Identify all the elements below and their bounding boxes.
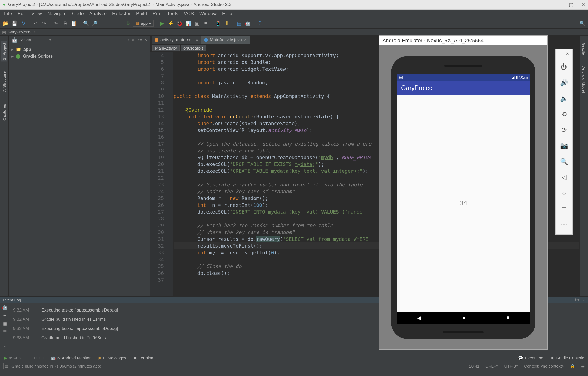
menu-vcs[interactable]: VCS bbox=[181, 10, 196, 18]
bottom-run[interactable]: ▶4: Run bbox=[4, 356, 21, 360]
emulator-window[interactable]: Android Emulator - Nexus_5X_API_25:5554 … bbox=[379, 35, 548, 350]
run-icon[interactable]: ▶ bbox=[159, 20, 166, 27]
profiler-icon[interactable]: 📊 bbox=[185, 20, 192, 27]
emu-camera-icon[interactable]: 📷 bbox=[559, 138, 569, 153]
bottom-terminal[interactable]: ▣Terminal bbox=[133, 356, 154, 360]
collapse-icon[interactable]: ⊙ bbox=[127, 38, 129, 42]
status-indicator-icon[interactable]: ◉ bbox=[581, 364, 585, 369]
nav-home-icon[interactable]: ● bbox=[462, 315, 465, 321]
stop-icon[interactable]: ■ bbox=[202, 20, 209, 27]
layout-inspector-icon[interactable]: ▤ bbox=[235, 20, 243, 27]
open-icon[interactable]: 📂 bbox=[2, 20, 9, 27]
emu-volume-up-icon[interactable]: 🔊 bbox=[559, 75, 569, 90]
settings-icon[interactable]: ✦▾ bbox=[137, 38, 142, 42]
close-icon[interactable]: ✕ bbox=[195, 38, 198, 42]
apply-changes-icon[interactable]: ⚡ bbox=[167, 20, 174, 27]
maximize-button[interactable]: ▢ bbox=[569, 2, 574, 8]
make-icon[interactable]: ⤋ bbox=[124, 20, 131, 27]
code-crumb[interactable]: onCreate() bbox=[181, 45, 206, 51]
tab-activity-main[interactable]: activity_main.xml ✕ bbox=[152, 36, 201, 44]
emu-power-icon[interactable]: ⏻ bbox=[559, 60, 569, 74]
status-lineend[interactable]: CRLF‡ bbox=[485, 364, 498, 369]
menu-view[interactable]: View bbox=[29, 10, 44, 18]
project-tree[interactable]: ▸📁 app ▸⬤ Gradle Scripts bbox=[9, 44, 150, 61]
status-message: Gradle build finished in 7s 968ms (2 min… bbox=[11, 364, 101, 368]
android-resource-icon[interactable]: 🤖 bbox=[244, 20, 251, 27]
hide-icon[interactable]: ➘ bbox=[145, 38, 147, 42]
right-tab-gradle[interactable]: Gradle bbox=[581, 41, 587, 57]
nav-recent-icon[interactable]: ■ bbox=[506, 315, 510, 321]
close-icon[interactable]: ✕ bbox=[244, 38, 247, 42]
code-crumb[interactable]: MainActivity bbox=[152, 45, 180, 51]
paste-icon[interactable]: 📋 bbox=[70, 20, 77, 27]
replace-icon[interactable]: 🔎 bbox=[91, 20, 98, 27]
signal-icon: ◢ bbox=[511, 75, 514, 80]
emu-rotate-right-icon[interactable]: ⟳ bbox=[559, 123, 569, 137]
breadcrumb-item[interactable]: GaryProject2 bbox=[8, 30, 32, 34]
sync-icon[interactable]: ↻ bbox=[20, 20, 27, 27]
emu-home-icon[interactable]: ○ bbox=[559, 186, 569, 201]
emu-more-icon[interactable]: ⋯ bbox=[559, 217, 569, 232]
bottom-event-log[interactable]: 💬Event Log bbox=[518, 356, 543, 360]
forward-icon[interactable]: → bbox=[112, 20, 119, 27]
tree-item-gradle[interactable]: ▸⬤ Gradle Scripts bbox=[11, 53, 147, 60]
el-settings-icon[interactable]: ✦ bbox=[2, 313, 8, 319]
copy-icon[interactable]: ⎘ bbox=[62, 20, 69, 27]
menu-tools[interactable]: Tools bbox=[164, 10, 181, 18]
emu-rotate-left-icon[interactable]: ⟲ bbox=[559, 107, 569, 122]
el-filter-icon[interactable]: ☰ bbox=[2, 329, 8, 335]
project-view-label[interactable]: Android bbox=[20, 38, 31, 42]
bottom-gradle-console[interactable]: ▣Gradle Console bbox=[550, 356, 584, 360]
menu-edit[interactable]: Edit bbox=[15, 10, 28, 18]
redo-icon[interactable]: ↷ bbox=[41, 20, 48, 27]
el-android-icon[interactable]: 🤖 bbox=[2, 304, 8, 310]
bottom-android-monitor[interactable]: 🤖6: Android Monitor bbox=[51, 356, 91, 360]
right-tab-android-model[interactable]: Android Model bbox=[581, 65, 587, 94]
menu-code[interactable]: Code bbox=[70, 10, 86, 18]
status-encoding[interactable]: UTF-8‡ bbox=[504, 364, 518, 369]
emu-back-icon[interactable]: ◁ bbox=[559, 170, 569, 185]
emu-volume-down-icon[interactable]: 🔈 bbox=[559, 91, 569, 106]
avd-icon[interactable]: 📱 bbox=[215, 20, 222, 27]
phone-screen[interactable]: ▤ ◢ ▮ 9:35 GaryProject 34 ◀ ● ■ bbox=[397, 74, 530, 324]
menu-refactor[interactable]: Refactor bbox=[110, 10, 133, 18]
menu-analyze[interactable]: Analyze bbox=[87, 10, 109, 18]
left-tab-captures[interactable]: Captures bbox=[1, 102, 7, 122]
tree-item-app[interactable]: ▸📁 app bbox=[11, 46, 147, 53]
close-button[interactable]: ✕ bbox=[581, 2, 585, 8]
tab-mainactivity[interactable]: MainActivity.java ✕ bbox=[201, 36, 250, 44]
cut-icon[interactable]: ✂ bbox=[53, 20, 60, 27]
search-everywhere-icon[interactable]: 🔍 bbox=[579, 20, 586, 27]
run-config-selector[interactable]: ▦ app ▾ bbox=[133, 20, 154, 27]
sdk-icon[interactable]: ⬇ bbox=[223, 20, 230, 27]
save-icon[interactable]: 💾 bbox=[11, 20, 18, 27]
el-expand-icon[interactable]: » bbox=[2, 343, 8, 349]
status-lock-icon[interactable]: 🔒 bbox=[570, 364, 575, 369]
minimize-button[interactable]: — bbox=[556, 2, 561, 8]
menu-build[interactable]: Build bbox=[134, 10, 149, 18]
bottom-messages[interactable]: ▣0: Messages bbox=[98, 356, 126, 360]
attach-icon[interactable]: ▣ bbox=[194, 20, 201, 27]
emu-zoom-icon[interactable]: 🔍 bbox=[559, 154, 569, 169]
menu-navigate[interactable]: Navigate bbox=[45, 10, 69, 18]
debug-icon[interactable]: 🐞 bbox=[176, 20, 183, 27]
expand-icon[interactable]: ⊕ bbox=[132, 38, 135, 42]
undo-icon[interactable]: ↶ bbox=[32, 20, 39, 27]
status-context[interactable]: Context: <no context> bbox=[524, 364, 564, 369]
left-tab-structure[interactable]: 7: Structure bbox=[1, 70, 7, 94]
emu-overview-icon[interactable]: □ bbox=[559, 202, 569, 216]
menu-help[interactable]: Help bbox=[220, 10, 235, 18]
back-icon[interactable]: ← bbox=[103, 20, 111, 27]
emu-minimize-icon[interactable]: — bbox=[559, 51, 563, 56]
el-screen-icon[interactable]: ▣ bbox=[2, 321, 8, 327]
menu-window[interactable]: Window bbox=[197, 10, 219, 18]
left-tab-project[interactable]: 1: Project bbox=[1, 41, 7, 61]
nav-back-icon[interactable]: ◀ bbox=[417, 315, 421, 321]
emu-close-icon[interactable]: ✕ bbox=[566, 51, 569, 56]
help-icon[interactable]: ? bbox=[256, 20, 264, 27]
bottom-todo[interactable]: ≡TODO bbox=[28, 356, 44, 360]
menu-run[interactable]: Run bbox=[150, 10, 164, 18]
find-icon[interactable]: 🔍 bbox=[82, 20, 90, 27]
menu-file[interactable]: File bbox=[2, 10, 14, 18]
phone-frame: ▤ ◢ ▮ 9:35 GaryProject 34 ◀ ● ■ bbox=[391, 56, 535, 339]
